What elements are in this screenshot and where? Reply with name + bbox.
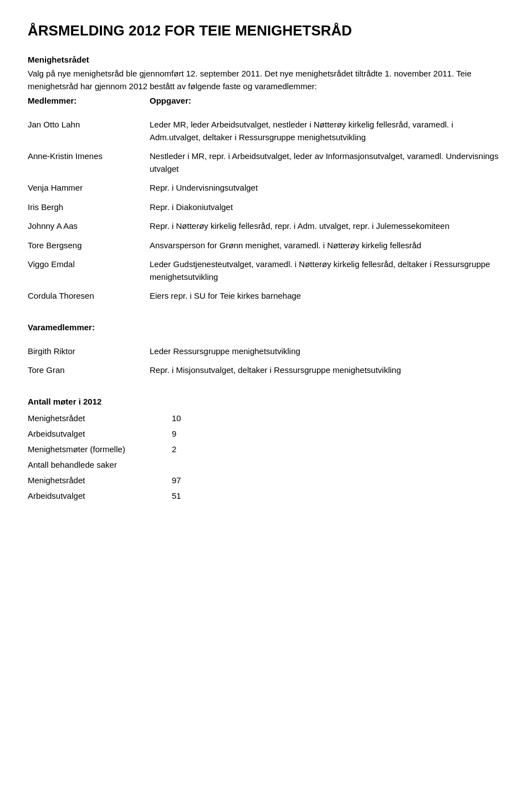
member-row: Viggo Emdal Leder Gudstjenesteutvalget, …: [28, 255, 504, 287]
stats-row: Arbeidsutvalget 51: [28, 488, 194, 504]
vara-member-role: Repr. i Misjonsutvalget, deltaker i Ress…: [150, 361, 504, 380]
member-role: Nestleder i MR, repr. i Arbeidsutvalget,…: [150, 147, 504, 178]
member-name: Venja Hammer: [28, 178, 150, 198]
member-row: Johnny A Aas Repr. i Nøtterøy kirkelig f…: [28, 217, 504, 236]
member-name: Jan Otto Lahn: [28, 115, 150, 147]
member-row: Tore Bergseng Ansvarsperson for Grønn me…: [28, 236, 504, 255]
vara-member-name: Tore Gran: [28, 361, 150, 380]
page-title: ÅRSMELDING 2012 FOR TEIE MENIGHETSRÅD: [28, 22, 504, 39]
stats-heading: Antall møter i 2012: [28, 397, 504, 406]
vara-member-name: Birgith Riktor: [28, 342, 150, 361]
stats-label: Arbeidsutvalget: [28, 426, 172, 442]
section-heading: Menighetsrådet: [28, 55, 504, 64]
stats-table: Menighetsrådet 10 Arbeidsutvalget 9 Meni…: [28, 411, 194, 504]
intro-paragraph: Valg på nye menighetsråd ble gjennomført…: [28, 68, 504, 93]
stats-value: 2: [172, 442, 194, 457]
stats-label: Menighetsmøter (formelle): [28, 442, 172, 457]
vara-member-row: Tore Gran Repr. i Misjonsutvalget, delta…: [28, 361, 504, 380]
member-name: Cordula Thoresen: [28, 287, 150, 306]
member-name: Tore Bergseng: [28, 236, 150, 255]
col-header-members: Medlemmer:: [28, 96, 150, 105]
stats-row: Menighetsmøter (formelle) 2: [28, 442, 194, 457]
stats-row: Menighetsrådet 97: [28, 473, 194, 488]
stats-value: 10: [172, 411, 194, 426]
member-role: Repr. i Diakoniutvalget: [150, 198, 504, 217]
member-role: Ansvarsperson for Grønn menighet, varame…: [150, 236, 504, 255]
stats-label: Menighetsrådet: [28, 411, 172, 426]
stats-value: [172, 457, 194, 473]
member-role: Repr. i Undervisningsutvalget: [150, 178, 504, 198]
varamedlemmer-heading: Varamedlemmer:: [28, 323, 504, 332]
member-name: Anne-Kristin Imenes: [28, 147, 150, 178]
stats-label: Menighetsrådet: [28, 473, 172, 488]
member-name: Viggo Emdal: [28, 255, 150, 287]
member-row: Iris Bergh Repr. i Diakoniutvalget: [28, 198, 504, 217]
stats-value: 97: [172, 473, 194, 488]
vara-member-role: Leder Ressursgruppe menighetsutvikling: [150, 342, 504, 361]
member-name: Johnny A Aas: [28, 217, 150, 236]
stats-row: Menighetsrådet 10: [28, 411, 194, 426]
member-role: Leder MR, leder Arbeidsutvalget, nestled…: [150, 115, 504, 147]
column-headers: Medlemmer: Oppgaver:: [28, 96, 504, 105]
stats-section: Antall møter i 2012 Menighetsrådet 10 Ar…: [28, 397, 504, 504]
stats-label: Antall behandlede saker: [28, 457, 172, 473]
member-role: Leder Gudstjenesteutvalget, varamedl. i …: [150, 255, 504, 287]
members-table: Jan Otto Lahn Leder MR, leder Arbeidsutv…: [28, 115, 504, 306]
member-row: Cordula Thoresen Eiers repr. i SU for Te…: [28, 287, 504, 306]
member-role: Eiers repr. i SU for Teie kirkes barneha…: [150, 287, 504, 306]
member-row: Anne-Kristin Imenes Nestleder i MR, repr…: [28, 147, 504, 178]
member-role: Repr. i Nøtterøy kirkelig fellesråd, rep…: [150, 217, 504, 236]
stats-label: Arbeidsutvalget: [28, 488, 172, 504]
stats-row: Arbeidsutvalget 9: [28, 426, 194, 442]
stats-value: 9: [172, 426, 194, 442]
stats-value: 51: [172, 488, 194, 504]
member-name: Iris Bergh: [28, 198, 150, 217]
member-row: Jan Otto Lahn Leder MR, leder Arbeidsutv…: [28, 115, 504, 147]
section-menighetsradet: Menighetsrådet Valg på nye menighetsråd …: [28, 55, 504, 380]
vara-member-row: Birgith Riktor Leder Ressursgruppe menig…: [28, 342, 504, 361]
col-header-roles: Oppgaver:: [150, 96, 191, 105]
varamedlemmer-table: Birgith Riktor Leder Ressursgruppe menig…: [28, 342, 504, 380]
member-row: Venja Hammer Repr. i Undervisningsutvalg…: [28, 178, 504, 198]
stats-row: Antall behandlede saker: [28, 457, 194, 473]
